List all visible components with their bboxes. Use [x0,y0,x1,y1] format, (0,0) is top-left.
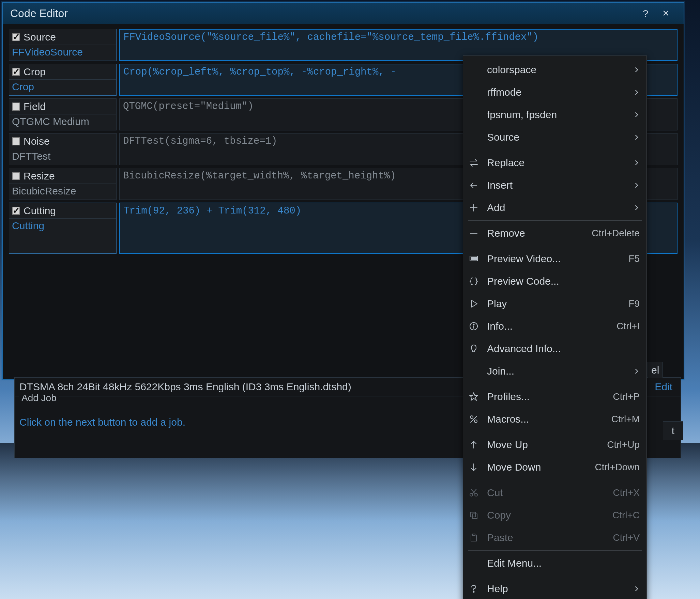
filter-name-label: Cutting [24,205,56,217]
help-icon [467,583,481,594]
menu-item-label: Cut [487,487,607,499]
edit-link[interactable]: Edit [655,381,676,393]
filter-checkbox[interactable] [12,103,20,111]
menu-item-profiles[interactable]: Profiles...Ctrl+P [463,385,646,408]
plus-icon [467,202,481,213]
filter-name-label: Field [24,101,46,112]
filter-sub-label[interactable]: QTGMC Medium [9,114,116,130]
menu-item-rffmode[interactable]: rffmode [463,81,646,104]
chevron-right-icon [634,89,640,95]
chevron-right-icon [634,368,640,374]
play-icon [467,298,481,309]
menu-separator [468,576,642,576]
filter-checkbox[interactable] [12,137,20,145]
add-job-label: Add Job [19,393,59,404]
menu-item-advanced-info[interactable]: Advanced Info... [463,337,646,360]
menu-item-join[interactable]: Join... [463,360,646,382]
arrow-down-icon [467,462,481,473]
braces-icon [467,276,481,287]
menu-item-shortcut: Ctrl+Down [595,462,640,473]
menu-separator [468,480,642,480]
menu-item-help[interactable]: Help [463,578,646,599]
menu-item-label: Move Down [487,461,589,473]
menu-item-shortcut: Ctrl+P [613,391,640,402]
filter-left-panel: CuttingCutting [9,203,117,254]
menu-item-label: Advanced Info... [487,343,640,354]
menu-item-fpsnum-fpsden[interactable]: fpsnum, fpsden [463,104,646,126]
svg-rect-9 [472,514,477,519]
filter-sub-label[interactable]: Cutting [9,219,116,234]
menu-item-add[interactable]: Add [463,196,646,219]
menu-separator [468,150,642,150]
arrow-left-icon [467,180,481,191]
menu-item-colorspace[interactable]: colorspace [463,59,646,81]
menu-item-shortcut: Ctrl+X [613,487,640,498]
menu-separator [468,384,642,384]
filter-checkbox-row: Field [9,99,116,114]
menu-item-label: Macros... [487,413,605,425]
menu-item-shortcut: Ctrl+C [612,510,640,521]
monitor-icon [467,253,481,264]
svg-rect-1 [471,257,477,260]
chevron-right-icon [634,160,640,166]
filter-name-label: Resize [24,170,55,182]
menu-item-label: Info... [487,320,610,332]
menu-item-label: Preview Code... [487,275,640,287]
menu-item-label: rffmode [487,86,627,98]
menu-item-label: Insert [487,179,627,191]
menu-item-label: Preview Video... [487,253,622,265]
help-button[interactable]: ? [635,8,656,19]
menu-item-play[interactable]: PlayF9 [463,293,646,315]
filter-left-panel: CropCrop [9,64,117,96]
filter-checkbox[interactable] [12,172,20,180]
copy-icon [467,510,481,521]
menu-item-replace[interactable]: Replace [463,152,646,174]
filter-code-text: FFVideoSource("%source_file%", cachefile… [123,32,673,43]
filter-sub-label[interactable]: BicubicResize [9,184,116,200]
menu-item-label: Profiles... [487,391,607,403]
svg-rect-8 [471,512,475,517]
menu-item-info[interactable]: Info...Ctrl+I [463,315,646,337]
chevron-right-icon [634,205,640,211]
button-fragment-el[interactable]: el [648,362,663,378]
filter-checkbox-row: Source [9,29,116,45]
filter-left-panel: NoiseDFTTest [9,133,117,165]
menu-item-macros[interactable]: Macros...Ctrl+M [463,408,646,430]
menu-item-move-up[interactable]: Move UpCtrl+Up [463,434,646,456]
menu-item-insert[interactable]: Insert [463,174,646,196]
menu-item-paste: PasteCtrl+V [463,526,646,549]
filter-left-panel: ResizeBicubicResize [9,168,117,200]
chevron-right-icon [634,182,640,188]
svg-point-4 [470,416,473,419]
svg-point-3 [473,324,474,325]
close-button[interactable]: ✕ [656,8,676,19]
menu-separator [468,432,642,432]
swap-icon [467,157,481,168]
filter-checkbox[interactable] [12,207,20,215]
filter-sub-label[interactable]: FFVideoSource [9,45,116,61]
menu-separator [468,550,642,551]
menu-item-shortcut: Ctrl+Up [607,439,640,450]
arrow-up-icon [467,439,481,450]
filter-checkbox-row: Crop [9,64,116,80]
side-button-fragment[interactable]: t [663,421,683,440]
menu-item-cut: CutCtrl+X [463,482,646,504]
filter-checkbox[interactable] [12,33,20,41]
menu-item-source[interactable]: Source [463,126,646,148]
chevron-right-icon [634,134,640,140]
menu-item-label: Move Up [487,439,601,451]
menu-item-label: fpsnum, fpsden [487,109,627,121]
menu-item-shortcut: Ctrl+I [617,321,640,332]
menu-item-edit-menu[interactable]: Edit Menu... [463,552,646,574]
filter-checkbox-row: Resize [9,168,116,184]
menu-item-move-down[interactable]: Move DownCtrl+Down [463,456,646,478]
menu-item-remove[interactable]: RemoveCtrl+Delete [463,222,646,245]
menu-item-preview-video[interactable]: Preview Video...F5 [463,248,646,270]
info-icon [467,321,481,332]
filter-checkbox[interactable] [12,68,20,76]
menu-item-preview-code[interactable]: Preview Code... [463,270,646,293]
filter-left-panel: SourceFFVideoSource [9,29,117,61]
filter-sub-label[interactable]: DFTTest [9,149,116,165]
menu-separator [468,246,642,246]
filter-sub-label[interactable]: Crop [9,80,116,95]
